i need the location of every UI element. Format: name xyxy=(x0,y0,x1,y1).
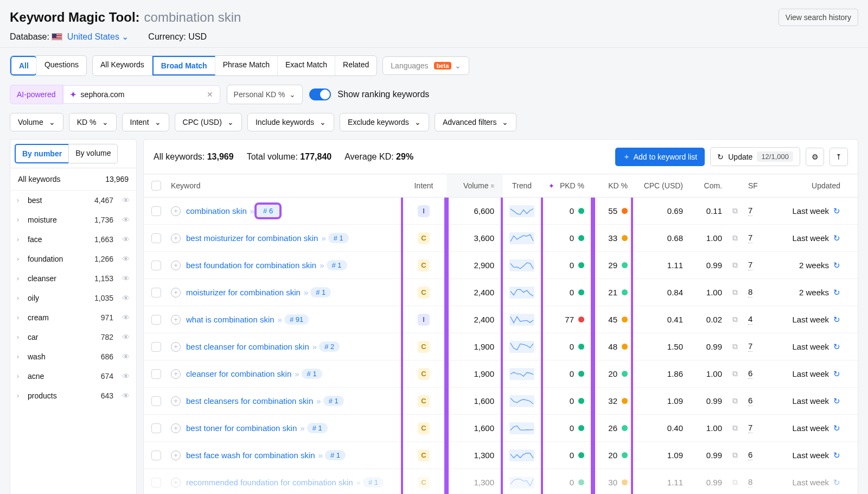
keyword-link[interactable]: moisturizer for combination skin xyxy=(186,288,301,297)
intent-chip[interactable]: I xyxy=(418,314,430,326)
rank-chip[interactable]: # 2 xyxy=(319,341,340,352)
serp-preview-icon[interactable]: ⧉ xyxy=(732,423,738,433)
eye-icon[interactable]: 👁 xyxy=(122,372,130,381)
personal-kd-selector[interactable]: Personal KD % ⌄ xyxy=(227,85,303,104)
filter-kd-[interactable]: KD %⌄ xyxy=(69,113,117,131)
refresh-row-icon[interactable]: ↻ xyxy=(833,288,840,297)
clear-icon[interactable]: ✕ xyxy=(207,90,213,99)
cell-sf[interactable]: 7 xyxy=(748,341,752,352)
keyword-link[interactable]: best cleansers for combination skin xyxy=(186,396,313,406)
intent-chip[interactable]: C xyxy=(418,341,430,353)
intent-chip[interactable]: C xyxy=(418,259,430,271)
filter-cpc-usd-[interactable]: CPC (USD)⌄ xyxy=(175,113,242,131)
rank-chip[interactable]: # 1 xyxy=(302,369,322,379)
sidebar-item-acne[interactable]: ›acne674👁 xyxy=(10,366,136,386)
col-keyword[interactable]: Keyword xyxy=(169,174,401,197)
serp-preview-icon[interactable]: ⧉ xyxy=(732,261,738,270)
sidebar-item-wash[interactable]: ›wash686👁 xyxy=(10,347,136,366)
row-checkbox[interactable] xyxy=(151,369,161,379)
tab-all-keywords[interactable]: All Keywords xyxy=(93,56,152,75)
settings-button[interactable]: ⚙ xyxy=(806,148,824,166)
row-checkbox[interactable] xyxy=(151,396,161,406)
cell-sf[interactable]: 4 xyxy=(748,314,752,325)
eye-icon[interactable]: 👁 xyxy=(122,391,130,400)
keyword-link[interactable]: best toner for combination skin xyxy=(186,423,297,433)
row-checkbox[interactable] xyxy=(151,233,161,243)
refresh-row-icon[interactable]: ↻ xyxy=(833,261,840,270)
row-checkbox[interactable] xyxy=(151,288,161,297)
eye-icon[interactable]: 👁 xyxy=(122,352,130,361)
eye-icon[interactable]: 👁 xyxy=(122,235,130,244)
serp-preview-icon[interactable]: ⧉ xyxy=(732,369,738,378)
serp-preview-icon[interactable]: ⧉ xyxy=(732,342,738,351)
col-trend[interactable]: Trend xyxy=(503,174,541,197)
view-history-button[interactable]: View search history xyxy=(778,9,858,26)
sidebar-tab-by-number[interactable]: By number xyxy=(15,144,68,163)
col-sf[interactable]: SF xyxy=(745,174,770,197)
filter-exclude-keywords[interactable]: Exclude keywords⌄ xyxy=(340,113,429,131)
sidebar-item-foundation[interactable]: ›foundation1,266👁 xyxy=(10,249,136,269)
expand-icon[interactable]: + xyxy=(171,261,181,270)
serp-preview-icon[interactable]: ⧉ xyxy=(732,206,738,216)
cell-sf[interactable]: 7 xyxy=(748,423,752,433)
col-updated[interactable]: Updated xyxy=(770,174,847,197)
col-volume[interactable]: Volume ≡ xyxy=(446,174,503,197)
rank-chip[interactable]: # 1 xyxy=(327,260,347,270)
filter-volume[interactable]: Volume⌄ xyxy=(10,113,63,131)
sidebar-item-moisture[interactable]: ›moisture1,736👁 xyxy=(10,210,136,230)
tab-broad-match[interactable]: Broad Match xyxy=(152,56,215,75)
intent-chip[interactable]: C xyxy=(418,232,430,244)
row-checkbox[interactable] xyxy=(151,206,161,216)
expand-icon[interactable]: + xyxy=(171,451,181,460)
row-checkbox[interactable] xyxy=(151,261,161,270)
tab-exact-match[interactable]: Exact Match xyxy=(278,56,335,75)
row-checkbox[interactable] xyxy=(151,478,161,487)
rank-chip[interactable]: # 1 xyxy=(307,423,328,433)
sidebar-item-cleanser[interactable]: ›cleanser1,153👁 xyxy=(10,269,136,288)
eye-icon[interactable]: 👁 xyxy=(122,294,130,302)
keyword-link[interactable]: recommended foundation for combination s… xyxy=(186,478,353,487)
intent-chip[interactable]: C xyxy=(418,449,430,461)
intent-chip[interactable]: I xyxy=(418,205,430,217)
expand-icon[interactable]: + xyxy=(171,288,181,297)
sidebar-tab-by-volume[interactable]: By volume xyxy=(68,144,118,163)
cell-sf[interactable]: 7 xyxy=(748,260,752,270)
sidebar-item-oily[interactable]: ›oily1,035👁 xyxy=(10,288,136,308)
update-button[interactable]: ↻ Update 12/1,000 xyxy=(710,147,800,166)
keyword-link[interactable]: best moisturizer for combination skin xyxy=(186,233,318,243)
col-kd[interactable]: KD % xyxy=(593,174,633,197)
refresh-row-icon[interactable]: ↻ xyxy=(833,342,840,352)
rank-chip[interactable]: # 1 xyxy=(363,477,384,487)
col-com[interactable]: Com. xyxy=(692,174,725,197)
cell-sf[interactable]: 6 xyxy=(748,369,752,379)
sidebar-item-best[interactable]: ›best4,467👁 xyxy=(10,191,136,210)
tab-related[interactable]: Related xyxy=(335,56,376,75)
keyword-link[interactable]: best cleanser for combination skin xyxy=(186,342,309,351)
eye-icon[interactable]: 👁 xyxy=(122,255,130,263)
refresh-row-icon[interactable]: ↻ xyxy=(833,315,840,325)
refresh-row-icon[interactable]: ↻ xyxy=(833,478,840,487)
cell-sf[interactable]: 7 xyxy=(748,206,752,216)
intent-chip[interactable]: C xyxy=(418,395,430,407)
sidebar-all-label[interactable]: All keywords xyxy=(18,175,61,183)
languages-selector[interactable]: Languages beta ⌄ xyxy=(382,56,469,75)
sidebar-item-products[interactable]: ›products643👁 xyxy=(10,386,136,406)
intent-chip[interactable]: C xyxy=(418,422,430,434)
serp-preview-icon[interactable]: ⧉ xyxy=(732,396,738,406)
row-checkbox[interactable] xyxy=(151,423,161,433)
expand-icon[interactable]: + xyxy=(171,369,181,379)
refresh-row-icon[interactable]: ↻ xyxy=(833,451,840,460)
cell-sf[interactable]: 6 xyxy=(748,396,752,406)
intent-chip[interactable]: C xyxy=(418,287,430,299)
rank-chip[interactable]: # 1 xyxy=(328,233,349,243)
refresh-row-icon[interactable]: ↻ xyxy=(833,396,840,406)
refresh-row-icon[interactable]: ↻ xyxy=(833,423,840,433)
keyword-link[interactable]: combination skin xyxy=(186,206,247,216)
database-selector[interactable]: Database: United States ⌄ xyxy=(10,31,129,42)
keyword-link[interactable]: best face wash for combination skin xyxy=(186,451,315,460)
expand-icon[interactable]: + xyxy=(171,478,181,487)
intent-chip[interactable]: C xyxy=(418,368,430,380)
filter-intent[interactable]: Intent⌄ xyxy=(122,113,169,131)
sidebar-item-cream[interactable]: ›cream971👁 xyxy=(10,308,136,327)
add-to-keyword-list-button[interactable]: ＋ Add to keyword list xyxy=(615,148,705,166)
